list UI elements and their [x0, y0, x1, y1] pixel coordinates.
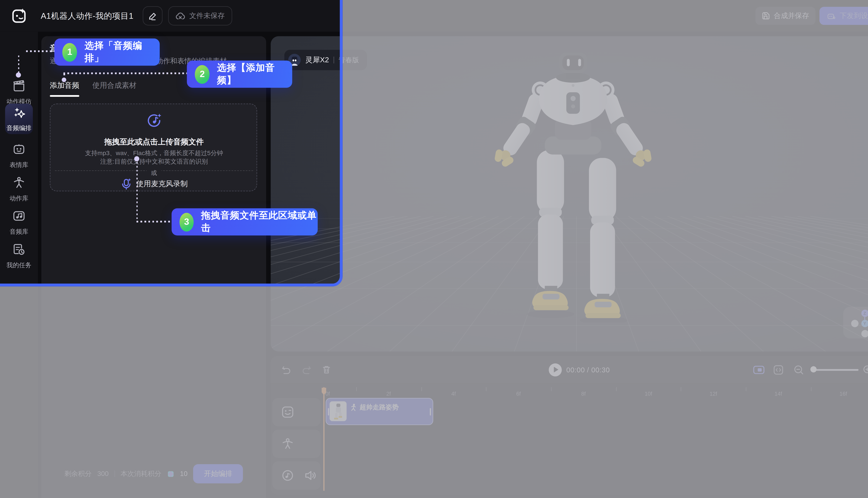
ruler-tick	[551, 387, 552, 391]
zoom-out-icon[interactable]	[794, 365, 803, 375]
playhead-line[interactable]	[323, 387, 324, 491]
tutorial-step-1[interactable]: 1 选择「音频编排」	[54, 39, 160, 66]
pencil-icon	[148, 12, 157, 20]
credit-gem-icon	[167, 470, 174, 477]
robot-edition: 青春版	[338, 55, 359, 65]
remaining-credits-value: 300	[97, 470, 108, 478]
clip-left-handle[interactable]	[328, 408, 329, 416]
tutorial-step-2[interactable]: 2 选择【添加音频】	[187, 61, 292, 88]
ruler-tick	[421, 387, 422, 391]
footer-divider	[114, 470, 115, 477]
top-bar: A1机器人动作-我的项目1 文件未保存 合成并保存	[0, 0, 868, 32]
tutorial-step-3[interactable]: 3 拖拽音频文件至此区域或单击	[171, 208, 318, 235]
sidebar-item-label: 音频库	[10, 227, 28, 236]
audio-arrange-panel: 音频编排 通过上传或录制音频，智能生成与动作和表情的编排素材 添加音频 使用合成…	[41, 36, 266, 498]
playback-bar: 00:00 / 00:30	[271, 356, 868, 383]
ruler-tick	[681, 387, 682, 391]
zoom-in-icon[interactable]	[863, 365, 868, 375]
ruler-tick	[356, 387, 357, 391]
sidebar-item-1[interactable]: 动作模仿	[0, 79, 38, 106]
redo-icon[interactable]	[302, 365, 311, 374]
tab-underline	[50, 95, 79, 96]
mic-record-button[interactable]: 使用麦克风录制	[50, 178, 258, 190]
view-gizmo[interactable]: Z Y X	[843, 307, 868, 339]
upload-audio-icon	[145, 112, 163, 129]
cost-value: 10	[180, 470, 187, 478]
clip-right-handle[interactable]	[430, 408, 431, 416]
audio-dropzone[interactable]: 拖拽至此或点击上传音频文件 支持mp3、wav、Flac格式，音频长度不超过5分…	[50, 104, 257, 192]
music-library-icon	[13, 209, 26, 225]
ruler-label: 6f	[516, 391, 521, 397]
project-title: A1机器人动作-我的项目1	[41, 11, 133, 22]
track-label-audio[interactable]	[272, 461, 321, 490]
connector-3-vertical	[136, 162, 138, 221]
track-label-expression[interactable]	[272, 398, 321, 426]
ruler-tick	[746, 387, 746, 391]
robot-name: 灵犀X2	[305, 55, 329, 65]
music-track-icon	[281, 469, 294, 482]
timeline-panel: 00:00 / 00:30 0f2f4f6f8f	[271, 356, 868, 495]
undo-icon[interactable]	[281, 365, 291, 374]
dropzone-hint-formats: 支持mp3、wav、Flac格式，音频长度不超过5分钟	[50, 149, 258, 157]
edit-title-button[interactable]	[143, 6, 163, 26]
step-1-number: 1	[62, 43, 77, 62]
clip-label: 超帅走路姿势	[360, 403, 399, 411]
save-button[interactable]: 合成并保存	[755, 7, 816, 25]
connector-1-dot	[16, 73, 21, 78]
robot-face-icon	[13, 143, 26, 158]
ruler-label: 14f	[775, 391, 782, 397]
step-2-text: 选择【添加音频】	[217, 62, 292, 87]
remaining-credits-label: 剩余积分	[64, 469, 92, 479]
save-icon	[762, 12, 770, 20]
delete-icon[interactable]	[322, 365, 331, 374]
clapperboard-icon	[13, 79, 26, 94]
play-button[interactable]	[549, 363, 562, 376]
keyframe-panel-icon[interactable]	[753, 366, 765, 374]
robot-download-icon	[827, 12, 836, 20]
mic-record-label: 使用麦克风录制	[136, 179, 188, 189]
ruler-label: 16f	[840, 391, 847, 397]
ruler-label: 2f	[386, 391, 391, 397]
sidebar-item-4[interactable]: 动作库	[0, 176, 38, 203]
cloud-unsaved-icon	[176, 12, 185, 20]
track-label-action[interactable]	[272, 430, 321, 458]
start-arrange-button[interactable]: 开始编排	[193, 464, 243, 483]
sidebar: 动作模仿音频编排表情库动作库音频库我的任务	[0, 32, 38, 498]
sidebar-item-label: 表情库	[10, 161, 28, 169]
app-root: A1机器人动作-我的项目1 文件未保存 合成并保存	[0, 0, 868, 498]
timeline-area: 0f2f4f6f8f10f12f14f16f	[271, 383, 868, 495]
file-status-label: 文件未保存	[189, 11, 225, 21]
connector-2-dot	[62, 78, 66, 82]
timeline-zoom-slider-handle[interactable]	[811, 366, 817, 372]
step-3-text: 拖拽音频文件至此区域或单击	[201, 209, 318, 234]
robot-model-badge[interactable]: 灵犀X2 青春版	[284, 50, 367, 70]
deploy-button[interactable]: 下发到设备	[819, 7, 868, 25]
sparkles-icon	[12, 105, 26, 121]
dropzone-hint-language: 注意:目前仅支持中文和英文语言的识别	[50, 157, 258, 166]
sidebar-item-6[interactable]: 我的任务	[0, 243, 38, 269]
sidebar-item-5[interactable]: 音频库	[0, 209, 38, 236]
fit-view-icon[interactable]	[774, 365, 783, 375]
connector-3-horizontal	[137, 221, 171, 222]
playhead-pin[interactable]	[321, 387, 327, 396]
sidebar-item-3[interactable]: 表情库	[0, 143, 38, 169]
ruler-label: 4f	[451, 391, 456, 397]
file-status-button[interactable]: 文件未保存	[168, 6, 232, 26]
dropzone-or-label: 或	[50, 167, 258, 177]
timeline-clip[interactable]: 超帅走路姿势	[326, 398, 433, 425]
viewport-3d[interactable]: 灵犀X2 青春版 Z Y X	[271, 36, 868, 352]
sidebar-item-2[interactable]: 音频编排	[5, 104, 33, 134]
timeline-zoom-slider[interactable]	[811, 369, 858, 370]
step-2-number: 2	[195, 65, 210, 84]
tab-use-synth-material[interactable]: 使用合成素材	[92, 80, 137, 91]
ruler-tick	[616, 387, 617, 391]
dropzone-main-text: 拖拽至此或点击上传音频文件	[50, 137, 258, 147]
ruler-tick	[486, 387, 487, 391]
playback-time: 00:00 / 00:30	[566, 366, 610, 374]
panel-footer: 剩余积分 300 本次消耗积分 10 开始编排	[41, 464, 266, 483]
badge-divider	[334, 56, 334, 63]
ruler-label: 10f	[645, 391, 652, 397]
step-1-text: 选择「音频编排」	[85, 40, 160, 65]
sidebar-item-label: 动作库	[10, 194, 28, 203]
connector-2-vertical	[63, 74, 65, 78]
